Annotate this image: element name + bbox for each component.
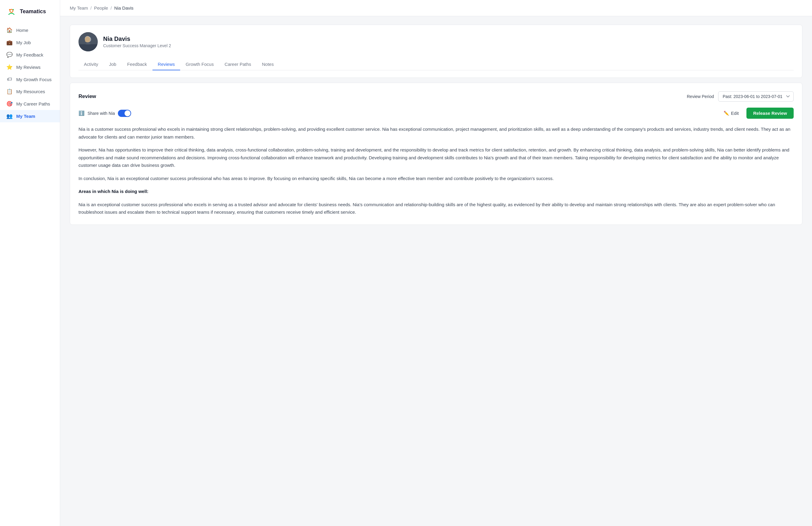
tab-reviews[interactable]: Reviews — [153, 59, 180, 70]
edit-button[interactable]: ✏️ Edit — [720, 108, 743, 118]
profile-title: Customer Success Manager Level 2 — [103, 43, 171, 48]
sidebar-item-my-reviews[interactable]: ⭐ My Reviews — [0, 61, 60, 73]
svg-rect-9 — [78, 44, 98, 51]
share-label: Share with Nia — [88, 111, 115, 116]
sidebar-item-my-growth-focus-label: My Growth Focus — [16, 77, 52, 82]
review-paragraph-2: However, Nia has opportunities to improv… — [78, 146, 794, 169]
profile-name: Nia Davis — [103, 35, 171, 42]
review-top-row: Review Review Period Past: 2023-06-01 to… — [78, 91, 794, 102]
edit-icon: ✏️ — [724, 110, 729, 116]
review-period-label: Review Period — [687, 94, 714, 99]
review-text: Nia is a customer success professional w… — [78, 125, 794, 216]
sidebar-item-home[interactable]: 🏠 Home — [0, 24, 60, 36]
topbar: My Team / People / Nia Davis — [60, 0, 812, 16]
sidebar-item-my-job-label: My Job — [16, 40, 31, 45]
sidebar-item-my-growth-focus[interactable]: 🏷 My Growth Focus — [0, 73, 60, 85]
info-icon: ℹ️ — [78, 110, 85, 116]
breadcrumb-people[interactable]: People — [94, 5, 108, 11]
breadcrumb-sep-2: / — [111, 5, 112, 11]
team-icon: 👥 — [6, 113, 13, 119]
avatar — [78, 32, 98, 51]
tab-feedback[interactable]: Feedback — [122, 59, 153, 70]
avatar-image — [78, 32, 98, 51]
main-content: My Team / People / Nia Davis — [60, 0, 812, 526]
briefcase-icon: 💼 — [6, 40, 13, 46]
app-name: Teamatics — [20, 9, 46, 15]
growth-icon: 🏷 — [6, 76, 13, 82]
sidebar-item-my-career-paths-label: My Career Paths — [16, 101, 50, 106]
sidebar-item-my-team-label: My Team — [16, 114, 35, 119]
tab-career-paths[interactable]: Career Paths — [219, 59, 257, 70]
svg-point-0 — [6, 6, 17, 17]
breadcrumb-current: Nia Davis — [114, 5, 133, 11]
tab-growth-focus[interactable]: Growth Focus — [180, 59, 219, 70]
release-review-button[interactable]: Release Review — [746, 108, 794, 119]
sidebar-item-my-career-paths[interactable]: 🎯 My Career Paths — [0, 98, 60, 110]
share-area: ℹ️ Share with Nia — [78, 110, 131, 117]
tab-job[interactable]: Job — [104, 59, 122, 70]
sidebar-item-home-label: Home — [16, 28, 28, 33]
logo-area: Teamatics — [0, 6, 60, 24]
review-paragraph-1: Nia is a customer success professional w… — [78, 125, 794, 141]
svg-point-2 — [9, 9, 10, 10]
profile-header: Nia Davis Customer Success Manager Level… — [78, 32, 794, 51]
review-section: Review Review Period Past: 2023-06-01 to… — [70, 82, 802, 225]
review-paragraph-3: In conclusion, Nia is an exceptional cus… — [78, 175, 794, 182]
star-icon: ⭐ — [6, 64, 13, 70]
profile-card: Nia Davis Customer Success Manager Level… — [70, 25, 802, 78]
sidebar-item-my-feedback[interactable]: 💬 My Feedback — [0, 49, 60, 61]
content-area: Nia Davis Customer Success Manager Level… — [60, 16, 812, 526]
resources-icon: 📋 — [6, 88, 13, 95]
sidebar-item-my-reviews-label: My Reviews — [16, 65, 41, 70]
feedback-icon: 💬 — [6, 52, 13, 58]
sidebar: Teamatics 🏠 Home 💼 My Job 💬 My Feedback … — [0, 0, 60, 526]
tab-activity[interactable]: Activity — [78, 59, 104, 70]
breadcrumb: My Team / People / Nia Davis — [70, 5, 133, 11]
logo-icon — [6, 6, 17, 17]
breadcrumb-my-team[interactable]: My Team — [70, 5, 88, 11]
sidebar-item-my-team[interactable]: 👥 My Team — [0, 110, 60, 122]
share-toggle[interactable] — [118, 110, 131, 117]
action-buttons: ✏️ Edit Release Review — [720, 108, 794, 119]
svg-point-3 — [13, 9, 14, 10]
review-period-area: Review Period Past: 2023-06-01 to 2023-0… — [687, 91, 794, 102]
edit-label: Edit — [731, 110, 739, 116]
share-actions-row: ℹ️ Share with Nia ✏️ Edit Release Review — [78, 108, 794, 119]
tab-notes[interactable]: Notes — [257, 59, 279, 70]
profile-info: Nia Davis Customer Success Manager Level… — [103, 35, 171, 48]
home-icon: 🏠 — [6, 27, 13, 33]
sidebar-item-my-job[interactable]: 💼 My Job — [0, 36, 60, 49]
period-select[interactable]: Past: 2023-06-01 to 2023-07-01 Past: 202… — [718, 91, 794, 102]
sidebar-item-my-feedback-label: My Feedback — [16, 52, 43, 57]
review-label: Review — [78, 93, 96, 100]
breadcrumb-sep-1: / — [90, 5, 92, 11]
areas-paragraph: Nia is an exceptional customer success p… — [78, 201, 794, 216]
sidebar-item-my-resources-label: My Resources — [16, 89, 45, 94]
areas-heading: Areas in which Nia is doing well: — [78, 187, 794, 195]
career-icon: 🎯 — [6, 101, 13, 107]
tabs: Activity Job Feedback Reviews Growth Foc… — [78, 59, 794, 70]
sidebar-item-my-resources[interactable]: 📋 My Resources — [0, 85, 60, 98]
